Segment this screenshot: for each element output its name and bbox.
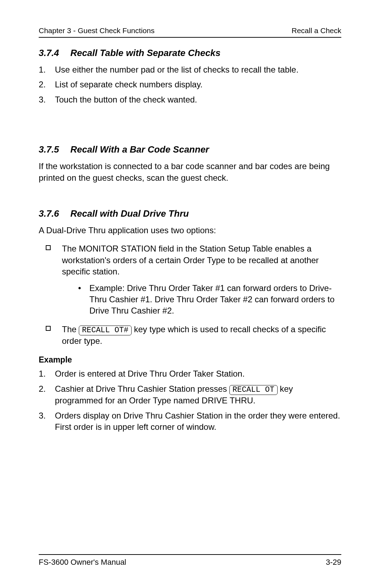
header-right: Recall a Check xyxy=(292,26,341,35)
example-label: Example xyxy=(39,355,341,365)
section-376-intro: A Dual-Drive Thru application uses two o… xyxy=(39,225,341,236)
section-374-steps: Use either the number pad or the list of… xyxy=(39,64,341,105)
section-376-options: The MONITOR STATION field in the Station… xyxy=(39,243,341,347)
section-376-title: Recall with Dual Drive Thru xyxy=(70,208,189,219)
list-item: Example: Drive Thru Order Taker #1 can f… xyxy=(78,283,341,317)
list-item: Use either the number pad or the list of… xyxy=(39,64,341,75)
list-item: Orders display on Drive Thru Cashier Sta… xyxy=(39,410,341,433)
sub-bullet-list: Example: Drive Thru Order Taker #1 can f… xyxy=(78,283,341,317)
footer-left: FS-3600 Owner's Manual xyxy=(39,558,126,567)
document-page: Chapter 3 - Guest Check Functions Recall… xyxy=(0,0,380,588)
section-375-title: Recall With a Bar Code Scanner xyxy=(70,144,209,155)
section-375-number: 3.7.5 xyxy=(39,144,70,155)
step-text-pre: Cashier at Drive Thru Cashier Station pr… xyxy=(55,384,229,394)
example-steps: Order is entered at Drive Thru Order Tak… xyxy=(39,368,341,433)
list-item: The RECALL OT# key type which is used to… xyxy=(46,324,341,347)
header-left: Chapter 3 - Guest Check Functions xyxy=(39,26,154,35)
page-footer: FS-3600 Owner's Manual 3-29 xyxy=(39,554,341,567)
section-376-number: 3.7.6 xyxy=(39,208,70,219)
footer-content: FS-3600 Owner's Manual 3-29 xyxy=(39,554,341,567)
bullet-text-pre: The xyxy=(62,324,79,334)
section-374-heading: 3.7.4 Recall Table with Separate Checks xyxy=(39,48,341,58)
list-item: Cashier at Drive Thru Cashier Station pr… xyxy=(39,383,341,407)
section-376-heading: 3.7.6 Recall with Dual Drive Thru xyxy=(39,208,341,219)
footer-right: 3-29 xyxy=(326,558,341,567)
bullet-text: The MONITOR STATION field in the Station… xyxy=(62,244,319,276)
section-374-number: 3.7.4 xyxy=(39,48,70,58)
section-374-title: Recall Table with Separate Checks xyxy=(70,48,221,58)
key-recall-ot-hash: RECALL OT# xyxy=(79,326,132,335)
list-item: Touch the button of the check wanted. xyxy=(39,94,341,105)
list-item: The MONITOR STATION field in the Station… xyxy=(46,243,341,316)
key-recall-ot: RECALL OT xyxy=(229,385,278,395)
section-375-heading: 3.7.5 Recall With a Bar Code Scanner xyxy=(39,144,341,155)
list-item: Order is entered at Drive Thru Order Tak… xyxy=(39,368,341,379)
list-item: List of separate check numbers display. xyxy=(39,79,341,90)
section-375-paragraph: If the workstation is connected to a bar… xyxy=(39,161,341,184)
page-header: Chapter 3 - Guest Check Functions Recall… xyxy=(39,26,341,38)
